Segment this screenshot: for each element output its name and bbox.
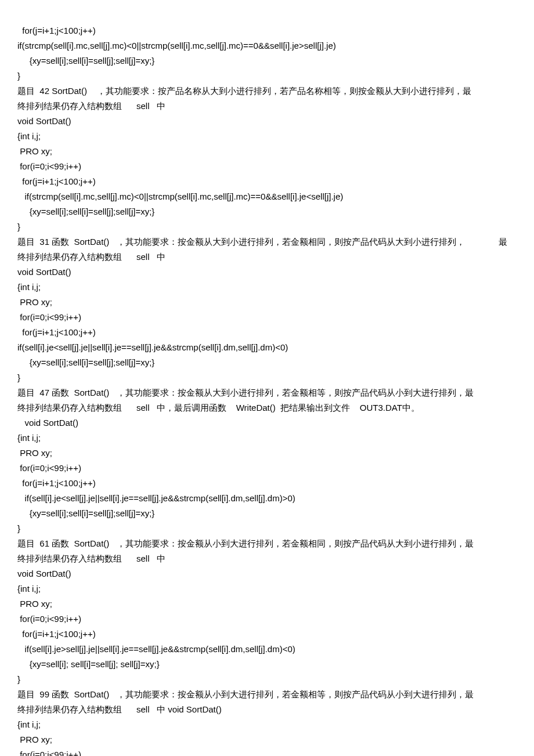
code-line: void SortDat() xyxy=(17,566,517,581)
code-line: } xyxy=(17,68,517,84)
code-line: {xy=sell[i];sell[i]=sell[j];sell[j]=xy;} xyxy=(17,204,517,219)
code-line: 题目 99 函数 SortDat() ，其功能要求：按金额从小到大进行排列，若金… xyxy=(17,687,517,702)
code-line: for(j=i+1;j<100;j++) xyxy=(17,174,517,189)
code-line: for(i=0;i<99;i++) xyxy=(17,310,517,325)
code-line: 终排列结果仍存入结构数组 sell 中 void SortDat() xyxy=(17,702,517,717)
code-line: for(i=0;i<99;i++) xyxy=(17,747,517,756)
code-line: void SortDat() xyxy=(17,415,517,431)
code-line: for(i=0;i<99;i++) xyxy=(17,461,517,476)
code-line: {int i,j; xyxy=(17,717,517,732)
code-line: PRO xy; xyxy=(17,295,517,310)
code-line: 题目 42 SortDat() ，其功能要求：按产品名称从大到小进行排列，若产品… xyxy=(17,84,517,99)
code-line: {int i,j; xyxy=(17,581,517,596)
page-content: for(j=i+1;j<100;j++)if(strcmp(sell[i].mc… xyxy=(17,23,517,756)
code-line: {xy=sell[i];sell[i]=sell[j];sell[j]=xy;} xyxy=(17,53,517,68)
code-line: {xy=sell[i]; sell[i]=sell[j]; sell[j]=xy… xyxy=(17,657,517,672)
code-line: 终排列结果仍存入结构数组 sell 中，最后调用函数 WriteDat() 把结… xyxy=(17,400,517,415)
code-line: for(i=0;i<99;i++) xyxy=(17,612,517,627)
code-line: 题目 61 函数 SortDat() ，其功能要求：按金额从小到大进行排列，若金… xyxy=(17,536,517,551)
code-line: } xyxy=(17,672,517,687)
code-line: void SortDat() xyxy=(17,114,517,129)
code-line: PRO xy; xyxy=(17,732,517,747)
code-line: 终排列结果仍存入结构数组 sell 中 xyxy=(17,99,517,114)
code-line: for(j=i+1;j<100;j++) xyxy=(17,325,517,340)
code-line: if(sell[i].je<sell[j].je||sell[i].je==se… xyxy=(17,340,517,355)
code-line: 终排列结果仍存入结构数组 sell 中 xyxy=(17,249,517,265)
code-line: for(j=i+1;j<100;j++) xyxy=(17,23,517,38)
code-line: PRO xy; xyxy=(17,446,517,461)
code-line: } xyxy=(17,219,517,234)
code-line: {int i,j; xyxy=(17,280,517,295)
code-line: if(sell[i].je<sell[j].je||sell[i].je==se… xyxy=(17,491,517,506)
code-line: {int i,j; xyxy=(17,129,517,144)
code-line: 终排列结果仍存入结构数组 sell 中 xyxy=(17,551,517,566)
code-line: } xyxy=(17,521,517,536)
code-line: void SortDat() xyxy=(17,265,517,280)
code-line: for(i=0;i<99;i++) xyxy=(17,159,517,174)
code-line: if(strcmp(sell[i].mc,sell[j].mc)<0||strc… xyxy=(17,189,517,204)
code-line: PRO xy; xyxy=(17,144,517,159)
code-line: if(strcmp(sell[i].mc,sell[j].mc)<0||strc… xyxy=(17,38,517,53)
code-line: 题目 31 函数 SortDat() ，其功能要求：按金额从大到小进行排列，若金… xyxy=(17,234,517,249)
code-line: if(sell[i].je>sell[j].je||sell[i].je==se… xyxy=(17,642,517,657)
code-line: 题目 47 函数 SortDat() ，其功能要求：按金额从大到小进行排列，若金… xyxy=(17,385,517,400)
code-line: {xy=sell[i];sell[i]=sell[j];sell[j]=xy;} xyxy=(17,506,517,521)
code-line: {xy=sell[i];sell[i]=sell[j];sell[j]=xy;} xyxy=(17,355,517,370)
code-line: {int i,j; xyxy=(17,431,517,446)
code-line: } xyxy=(17,370,517,385)
code-line: for(j=i+1;j<100;j++) xyxy=(17,627,517,642)
code-line: for(j=i+1;j<100;j++) xyxy=(17,476,517,491)
code-line: PRO xy; xyxy=(17,596,517,612)
